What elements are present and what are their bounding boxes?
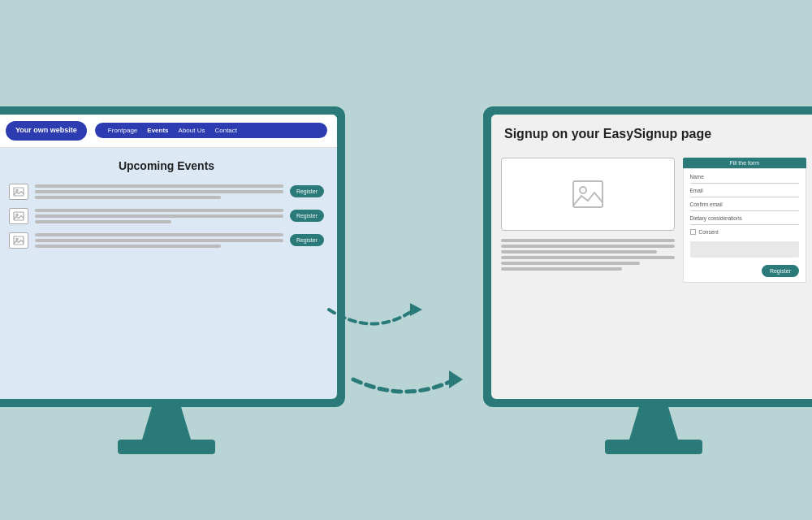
event-line <box>35 196 221 199</box>
form-field-dietary[interactable]: Dietary considerations <box>690 215 800 225</box>
signup-form: Fill the form Name Email Confirm email D… <box>683 158 807 283</box>
consent-label: Consent <box>699 229 719 235</box>
dashed-arrow-svg <box>341 351 471 408</box>
right-screen: Signup on your EasySignup page <box>491 115 812 399</box>
event-row-3: Register <box>9 232 324 249</box>
form-register-button[interactable]: Register <box>762 265 799 277</box>
left-monitor-base <box>118 440 215 454</box>
event-lines-3 <box>35 233 283 248</box>
logo-button[interactable]: Your own website <box>6 121 87 141</box>
desc-line <box>501 256 675 259</box>
event-row-2: Register <box>9 208 324 224</box>
register-button-1[interactable]: Register <box>290 185 324 197</box>
right-monitor: Signup on your EasySignup page <box>483 106 812 407</box>
event-image-placeholder <box>501 158 675 231</box>
event-line <box>35 190 283 193</box>
event-lines-1 <box>35 184 283 199</box>
form-textarea[interactable] <box>690 241 800 258</box>
form-header: Fill the form <box>683 158 807 168</box>
event-description-lines <box>501 239 675 271</box>
register-button-2[interactable]: Register <box>290 210 324 222</box>
right-monitor-wrapper: Signup on your EasySignup page <box>483 106 812 454</box>
event-line <box>35 245 221 248</box>
desc-line <box>501 250 657 254</box>
left-nav: Your own website Frontpage Events About … <box>0 115 337 148</box>
event-thumb-3 <box>9 232 28 249</box>
left-screen: Your own website Frontpage Events About … <box>0 115 337 399</box>
right-title: Signup on your EasySignup page <box>504 126 803 143</box>
svg-point-8 <box>580 187 586 193</box>
event-lines-2 <box>35 209 283 223</box>
register-button-3[interactable]: Register <box>290 234 324 246</box>
left-content: Upcoming Events <box>0 148 337 268</box>
consent-checkbox[interactable] <box>690 229 696 235</box>
desc-line <box>501 245 675 248</box>
nav-aboutus[interactable]: About Us <box>179 127 205 134</box>
upcoming-events-title: Upcoming Events <box>9 159 324 172</box>
left-monitor: Your own website Frontpage Events About … <box>0 106 345 407</box>
right-monitor-base <box>605 440 702 454</box>
event-line <box>35 220 171 223</box>
event-row-1: Register <box>9 184 324 200</box>
event-line <box>35 184 283 188</box>
event-thumb-2 <box>9 208 28 224</box>
desc-line <box>501 262 640 265</box>
connector-arrow <box>321 293 426 342</box>
svg-point-1 <box>16 189 18 191</box>
form-consent: Consent <box>690 229 800 235</box>
svg-marker-6 <box>410 303 422 316</box>
right-header: Signup on your EasySignup page <box>491 115 812 151</box>
desc-line <box>501 239 675 242</box>
event-line <box>35 214 283 218</box>
right-body: Fill the form Name Email Confirm email D… <box>491 151 812 289</box>
svg-point-3 <box>16 214 18 215</box>
left-monitor-wrapper: Your own website Frontpage Events About … <box>0 106 345 454</box>
scene: Your own website Frontpage Events About … <box>0 0 812 520</box>
nav-contact[interactable]: Contact <box>214 127 237 134</box>
form-body: Name Email Confirm email Dietary conside… <box>683 168 807 283</box>
nav-bar: Frontpage Events About Us Contact <box>95 123 327 138</box>
nav-frontpage[interactable]: Frontpage <box>108 127 137 134</box>
event-line <box>35 209 283 212</box>
form-field-email[interactable]: Email <box>690 188 800 197</box>
right-monitor-stand <box>629 407 678 440</box>
svg-rect-7 <box>573 181 603 207</box>
left-monitor-stand <box>142 407 191 440</box>
svg-point-5 <box>16 238 18 240</box>
event-line <box>35 239 283 242</box>
svg-marker-9 <box>449 370 463 388</box>
nav-events[interactable]: Events <box>147 127 168 134</box>
form-field-name[interactable]: Name <box>690 174 800 184</box>
event-line <box>35 233 283 236</box>
form-field-confirm-email[interactable]: Confirm email <box>690 202 800 211</box>
event-thumb-1 <box>9 184 28 200</box>
desc-line <box>501 267 622 271</box>
right-main-content <box>501 158 675 283</box>
